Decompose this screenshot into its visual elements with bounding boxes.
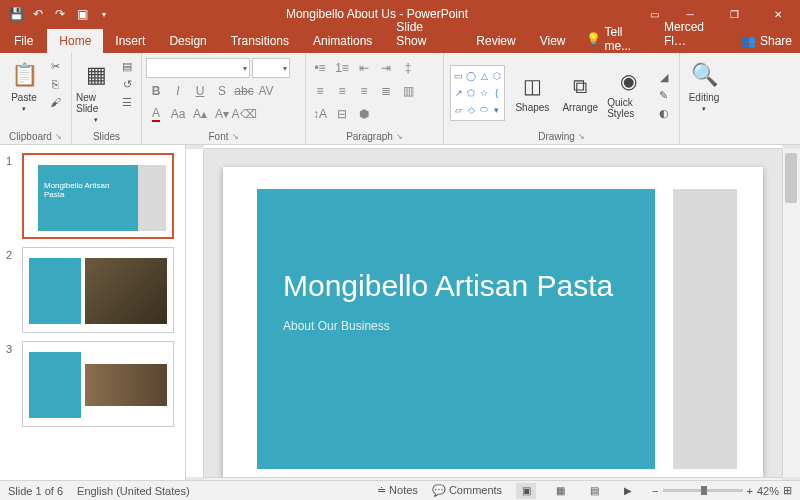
- tab-animations[interactable]: Animations: [301, 29, 384, 53]
- slide-counter[interactable]: Slide 1 of 6: [8, 485, 63, 497]
- indent-decrease-button[interactable]: ⇤: [354, 58, 374, 78]
- tab-insert[interactable]: Insert: [103, 29, 157, 53]
- slide-placeholder[interactable]: [673, 189, 737, 469]
- ribbon: 📋 Paste▾ ✂ ⎘ 🖌 Clipboard↘ ▦ New Slide▾ ▤…: [0, 53, 800, 145]
- close-button[interactable]: ✕: [756, 0, 800, 28]
- arrange-button[interactable]: ⧉Arrange: [559, 72, 601, 113]
- user-account[interactable]: Merced Fl…: [656, 15, 733, 53]
- char-spacing-button[interactable]: AV: [256, 81, 276, 101]
- zoom-in-icon[interactable]: +: [747, 485, 753, 497]
- tab-review[interactable]: Review: [464, 29, 527, 53]
- thumbnail-2[interactable]: 2: [0, 243, 185, 337]
- zoom-out-icon[interactable]: −: [652, 485, 658, 497]
- language-indicator[interactable]: English (United States): [77, 485, 190, 497]
- quick-access-toolbar: 💾 ↶ ↷ ▣ ▾: [0, 4, 114, 24]
- current-slide[interactable]: Mongibello Artisan Pasta About Our Busin…: [223, 167, 763, 477]
- paste-button[interactable]: 📋 Paste▾: [4, 56, 44, 113]
- justify-button[interactable]: ≣: [376, 81, 396, 101]
- group-slides: ▦ New Slide▾ ▤ ↺ ☰ Slides: [72, 53, 142, 144]
- section-icon[interactable]: ☰: [118, 94, 136, 110]
- text-direction-button[interactable]: ↕A: [310, 104, 330, 124]
- reading-view-icon[interactable]: ▤: [584, 483, 604, 499]
- smartart-button[interactable]: ⬢: [354, 104, 374, 124]
- quick-styles-button[interactable]: ◉Quick Styles: [607, 67, 649, 119]
- redo-icon[interactable]: ↷: [50, 4, 70, 24]
- slide-thumbnails-pane[interactable]: 1 Mongibello Artisan Pasta 2 3: [0, 145, 186, 480]
- align-text-button[interactable]: ⊟: [332, 104, 352, 124]
- line-spacing-button[interactable]: ‡: [398, 58, 418, 78]
- arrange-icon: ⧉: [566, 72, 594, 100]
- drawing-dialog-icon[interactable]: ↘: [578, 132, 585, 141]
- italic-button[interactable]: I: [168, 81, 188, 101]
- change-case-button[interactable]: Aa: [168, 104, 188, 124]
- font-size-combo[interactable]: [252, 58, 290, 78]
- vertical-scrollbar[interactable]: [782, 149, 800, 477]
- zoom-control[interactable]: − + 42% ⊞: [652, 484, 792, 497]
- new-slide-button[interactable]: ▦ New Slide▾: [76, 56, 116, 124]
- copy-icon[interactable]: ⎘: [46, 76, 64, 92]
- shapes-gallery[interactable]: ▭◯△⬡ ↗⬠☆{ ▱◇⬭▾: [450, 65, 505, 121]
- shape-effects-icon[interactable]: ◐: [655, 106, 673, 122]
- share-icon: 👥: [741, 34, 756, 48]
- strike-button[interactable]: abc: [234, 81, 254, 101]
- qat-more-icon[interactable]: ▾: [94, 4, 114, 24]
- vertical-ruler[interactable]: [186, 149, 204, 477]
- paragraph-dialog-icon[interactable]: ↘: [396, 132, 403, 141]
- editing-button[interactable]: 🔍 Editing▾: [684, 56, 724, 113]
- shapes-button[interactable]: ◫Shapes: [511, 72, 553, 113]
- save-icon[interactable]: 💾: [6, 4, 26, 24]
- font-color-button[interactable]: A: [146, 104, 166, 124]
- tab-slideshow[interactable]: Slide Show: [384, 15, 464, 53]
- start-from-beginning-icon[interactable]: ▣: [72, 4, 92, 24]
- reset-icon[interactable]: ↺: [118, 76, 136, 92]
- shapes-icon: ◫: [518, 72, 546, 100]
- zoom-slider[interactable]: [663, 489, 743, 492]
- thumbnail-3[interactable]: 3: [0, 337, 185, 431]
- layout-icon[interactable]: ▤: [118, 58, 136, 74]
- tab-view[interactable]: View: [528, 29, 578, 53]
- shape-outline-icon[interactable]: ✎: [655, 88, 673, 104]
- share-button[interactable]: 👥Share: [733, 29, 800, 53]
- shrink-font-button[interactable]: A▾: [212, 104, 232, 124]
- zoom-percent[interactable]: 42%: [757, 485, 779, 497]
- underline-button[interactable]: U: [190, 81, 210, 101]
- format-painter-icon[interactable]: 🖌: [46, 94, 64, 110]
- numbering-button[interactable]: 1≡: [332, 58, 352, 78]
- quick-styles-icon: ◉: [614, 67, 642, 95]
- indent-increase-button[interactable]: ⇥: [376, 58, 396, 78]
- fit-window-icon[interactable]: ⊞: [783, 484, 792, 497]
- cut-icon[interactable]: ✂: [46, 58, 64, 74]
- tab-file[interactable]: File: [0, 29, 47, 53]
- tab-design[interactable]: Design: [157, 29, 218, 53]
- font-dialog-icon[interactable]: ↘: [232, 132, 239, 141]
- grow-font-button[interactable]: A▴: [190, 104, 210, 124]
- tab-home[interactable]: Home: [47, 29, 103, 53]
- tell-me[interactable]: 💡Tell me...: [578, 25, 657, 53]
- undo-icon[interactable]: ↶: [28, 4, 48, 24]
- normal-view-icon[interactable]: ▣: [516, 483, 536, 499]
- bullets-button[interactable]: •≡: [310, 58, 330, 78]
- horizontal-scrollbar[interactable]: [204, 477, 782, 480]
- notes-button[interactable]: ≐ Notes: [377, 484, 418, 497]
- thumbnail-1[interactable]: 1 Mongibello Artisan Pasta: [0, 149, 185, 243]
- new-slide-icon: ▦: [81, 60, 111, 90]
- align-left-button[interactable]: ≡: [310, 81, 330, 101]
- align-right-button[interactable]: ≡: [354, 81, 374, 101]
- bold-button[interactable]: B: [146, 81, 166, 101]
- shadow-button[interactable]: S: [212, 81, 232, 101]
- sorter-view-icon[interactable]: ▦: [550, 483, 570, 499]
- window-title: Mongibello About Us - PowerPoint: [114, 7, 640, 21]
- slide-title[interactable]: Mongibello Artisan Pasta: [283, 269, 629, 304]
- ribbon-tabs: File Home Insert Design Transitions Anim…: [0, 28, 800, 53]
- clipboard-dialog-icon[interactable]: ↘: [55, 132, 62, 141]
- slideshow-view-icon[interactable]: ▶: [618, 483, 638, 499]
- clear-format-button[interactable]: A⌫: [234, 104, 254, 124]
- comments-button[interactable]: 💬 Comments: [432, 484, 502, 497]
- tab-transitions[interactable]: Transitions: [219, 29, 301, 53]
- slide-canvas[interactable]: Mongibello Artisan Pasta About Our Busin…: [204, 149, 782, 477]
- font-family-combo[interactable]: [146, 58, 250, 78]
- columns-button[interactable]: ▥: [398, 81, 418, 101]
- align-center-button[interactable]: ≡: [332, 81, 352, 101]
- shape-fill-icon[interactable]: ◢: [655, 70, 673, 86]
- slide-subtitle[interactable]: About Our Business: [283, 319, 629, 333]
